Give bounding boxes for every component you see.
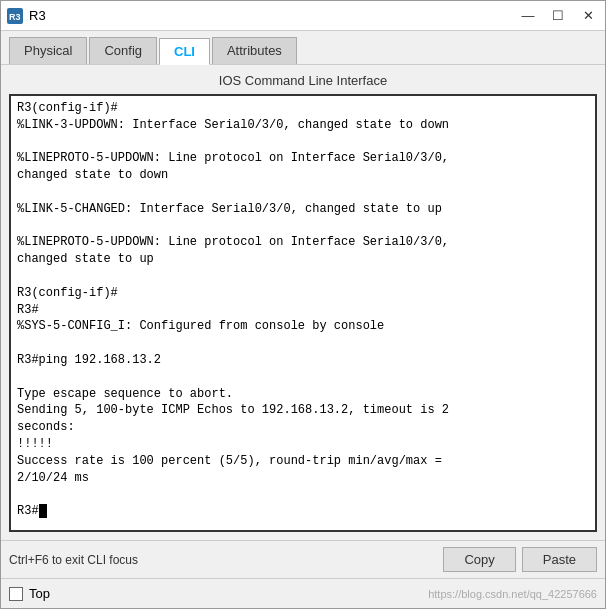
title-bar-left: R3 R3 [7,8,46,24]
tab-bar: Physical Config CLI Attributes [1,31,605,65]
svg-text:R3: R3 [9,12,21,22]
watermark: https://blog.csdn.net/qq_42257666 [428,588,597,600]
footer-left: Top [9,586,50,601]
top-label: Top [29,586,50,601]
app-icon: R3 [7,8,23,24]
cli-terminal[interactable]: R3(config-if)# %LINK-3-UPDOWN: Interface… [9,94,597,532]
top-checkbox[interactable] [9,587,23,601]
cli-hint: Ctrl+F6 to exit CLI focus [9,553,138,567]
title-controls: — ☐ ✕ [517,5,599,27]
tab-physical[interactable]: Physical [9,37,87,64]
app-window: R3 R3 — ☐ ✕ Physical Config CLI Attribut… [0,0,606,609]
tab-config[interactable]: Config [89,37,157,64]
copy-button[interactable]: Copy [443,547,515,572]
footer: Top https://blog.csdn.net/qq_42257666 [1,578,605,608]
window-title: R3 [29,8,46,23]
main-content: IOS Command Line Interface R3(config-if)… [1,65,605,540]
close-button[interactable]: ✕ [577,5,599,27]
tab-attributes[interactable]: Attributes [212,37,297,64]
title-bar: R3 R3 — ☐ ✕ [1,1,605,31]
cli-section-label: IOS Command Line Interface [9,73,597,88]
cli-cursor [39,504,47,518]
bottom-action-bar: Ctrl+F6 to exit CLI focus Copy Paste [1,540,605,578]
maximize-button[interactable]: ☐ [547,5,569,27]
tab-cli[interactable]: CLI [159,38,210,65]
action-buttons: Copy Paste [443,547,597,572]
minimize-button[interactable]: — [517,5,539,27]
paste-button[interactable]: Paste [522,547,597,572]
